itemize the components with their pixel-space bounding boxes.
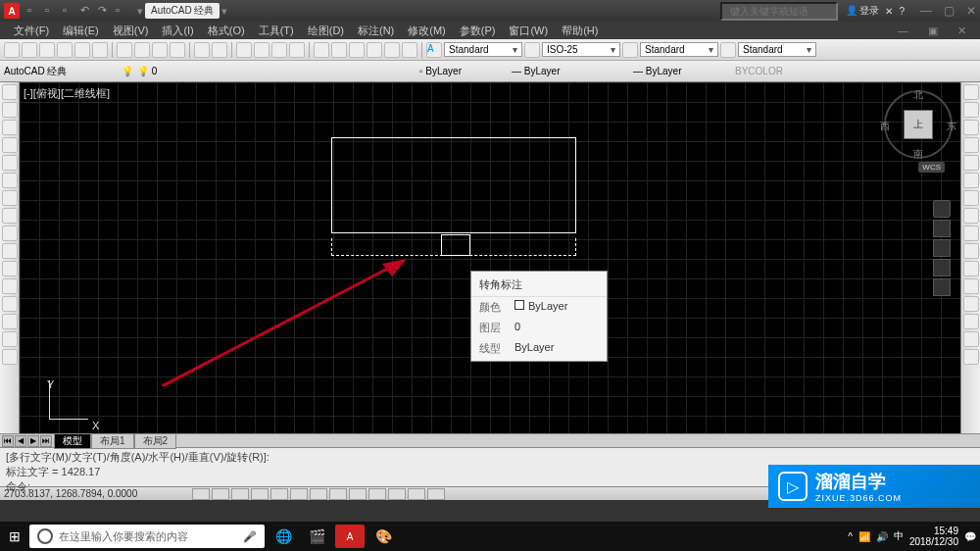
preview-icon[interactable] [74, 42, 90, 58]
viewcube[interactable]: 上 北 东 西 南 WCS [884, 90, 953, 159]
task-chrome-icon[interactable]: 🌐 [269, 525, 298, 548]
doc-minimize-button[interactable]: — [892, 24, 914, 38]
menu-file[interactable]: 文件(F) [8, 23, 55, 39]
arc-icon[interactable] [2, 155, 18, 171]
start-button[interactable]: ⊞ [4, 526, 25, 547]
sheet-set-icon[interactable] [367, 42, 382, 58]
spline-icon[interactable] [2, 190, 18, 206]
tab-first-icon[interactable]: ⏮ [2, 435, 14, 447]
table-style-icon[interactable] [622, 42, 638, 58]
undo-icon[interactable] [194, 42, 210, 58]
workspace-switcher[interactable]: ▾ AutoCAD 经典 ▾ [137, 3, 227, 19]
save-icon[interactable] [39, 42, 55, 58]
model-viewport[interactable]: [-][俯视][二维线框] 转角标注 颜色 ByLayer 图层 0 线型 By… [20, 82, 980, 433]
coordinates-display[interactable]: 2703.8137, 1268.7894, 0.0000 [4, 488, 180, 499]
offset-icon[interactable] [963, 137, 979, 153]
tab-model[interactable]: 模型 [54, 433, 91, 449]
explode-icon[interactable] [963, 349, 979, 365]
otrack-toggle[interactable] [290, 488, 308, 500]
menu-tools[interactable]: 工具(T) [253, 23, 300, 39]
tool-palette-icon[interactable] [349, 42, 365, 58]
mic-icon[interactable]: 🎤 [243, 530, 257, 543]
ellipse-icon[interactable] [2, 208, 18, 224]
rectangle-entity[interactable] [331, 137, 576, 233]
print-icon[interactable] [57, 42, 73, 58]
copy-obj-icon[interactable] [963, 102, 979, 118]
rectangle-icon[interactable] [2, 137, 18, 153]
tab-layout1[interactable]: 布局1 [91, 433, 134, 449]
sign-in-button[interactable]: 👤 登录 [846, 4, 880, 18]
zoom-icon[interactable] [254, 42, 270, 58]
menu-insert[interactable]: 插入(I) [156, 23, 199, 39]
stretch-icon[interactable] [963, 225, 979, 241]
orbit-nav-icon[interactable] [933, 259, 951, 276]
move-icon[interactable] [963, 173, 979, 188]
open-icon[interactable]: ▫ [45, 4, 59, 18]
text-style-icon[interactable]: A [426, 42, 442, 58]
wcs-label[interactable]: WCS [918, 162, 945, 173]
menu-draw[interactable]: 绘图(D) [302, 23, 350, 39]
layer-states-icon[interactable]: 💡 [122, 66, 133, 76]
mirror-icon[interactable] [963, 120, 979, 135]
menu-format[interactable]: 格式(O) [202, 23, 251, 39]
grid-toggle[interactable] [212, 488, 229, 500]
linetype-select[interactable]: — ByLayer [512, 66, 629, 76]
markup-icon[interactable] [384, 42, 400, 58]
tab-next-icon[interactable]: ▶ [27, 435, 39, 447]
table-style-select[interactable]: Standard [640, 42, 718, 57]
dim-style-select[interactable]: ISO-25 [542, 42, 620, 57]
doc-restore-button[interactable]: ▣ [922, 24, 944, 38]
am-toggle[interactable] [427, 488, 445, 500]
steering-wheel-icon[interactable] [933, 200, 951, 218]
mtext-icon[interactable] [2, 331, 18, 347]
menu-window[interactable]: 窗口(W) [503, 23, 554, 39]
menu-modify[interactable]: 修改(M) [402, 23, 452, 39]
snap-toggle[interactable] [192, 488, 210, 500]
table-icon[interactable] [2, 314, 18, 329]
tab-prev-icon[interactable]: ◀ [15, 435, 26, 447]
open-icon[interactable] [22, 42, 37, 58]
color-select[interactable]: ▫ ByLayer [419, 66, 508, 76]
zoom-nav-icon[interactable] [933, 239, 951, 257]
copy-icon[interactable] [134, 42, 150, 58]
tray-volume-icon[interactable]: 🔊 [876, 531, 888, 542]
rotate-icon[interactable] [963, 190, 979, 206]
menu-help[interactable]: 帮助(H) [556, 23, 604, 39]
undo-icon[interactable]: ↶ [80, 4, 94, 18]
dim-style-icon[interactable] [524, 42, 540, 58]
tray-ime-icon[interactable]: 中 [894, 529, 904, 543]
zoom-prev-icon[interactable] [289, 42, 305, 58]
lwt-toggle[interactable] [349, 488, 367, 500]
tray-network-icon[interactable]: 📶 [858, 531, 870, 542]
menu-param[interactable]: 参数(P) [454, 23, 502, 39]
paste-icon[interactable] [152, 42, 168, 58]
qp-toggle[interactable] [388, 488, 406, 500]
save-icon[interactable]: ▫ [63, 4, 76, 18]
line-icon[interactable] [2, 84, 18, 100]
block-icon[interactable] [2, 243, 18, 259]
plotstyle-select[interactable]: BYCOLOR [735, 66, 813, 76]
osnap-toggle[interactable] [270, 488, 288, 500]
action-center-icon[interactable]: 💬 [964, 531, 976, 542]
circle-icon[interactable] [2, 173, 18, 188]
close-button[interactable]: ✕ [966, 4, 976, 18]
maximize-button[interactable]: ▢ [944, 4, 955, 18]
new-icon[interactable]: ▫ [27, 4, 41, 18]
pan-icon[interactable] [236, 42, 252, 58]
clock[interactable]: 15:49 2018/12/30 [909, 526, 958, 547]
break-icon[interactable] [963, 278, 979, 294]
new-icon[interactable] [4, 42, 20, 58]
menu-dim[interactable]: 标注(N) [352, 23, 400, 39]
task-paint-icon[interactable]: 🎨 [368, 525, 398, 548]
pline-icon[interactable] [2, 102, 18, 118]
menu-edit[interactable]: 编辑(E) [57, 23, 105, 39]
ortho-toggle[interactable] [231, 488, 249, 500]
redo-icon[interactable] [212, 42, 227, 58]
polar-toggle[interactable] [251, 488, 269, 500]
publish-icon[interactable] [92, 42, 108, 58]
sc-toggle[interactable] [408, 488, 425, 500]
erase-icon[interactable] [963, 84, 979, 100]
cut-icon[interactable] [117, 42, 132, 58]
trim-icon[interactable] [963, 243, 979, 259]
menu-view[interactable]: 视图(V) [107, 23, 155, 39]
